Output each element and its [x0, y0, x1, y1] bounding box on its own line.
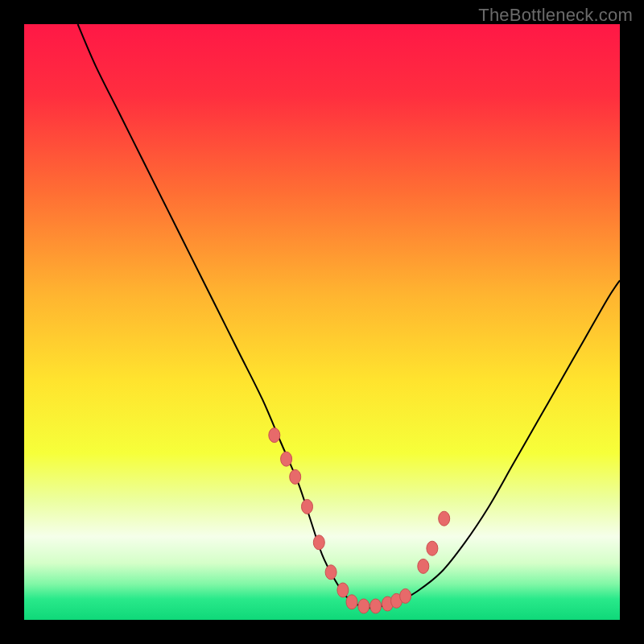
- trough-marker: [337, 583, 349, 597]
- chart-frame: TheBottleneck.com: [0, 0, 644, 644]
- chart-plot-area: [24, 24, 620, 620]
- trough-marker: [290, 469, 301, 484]
- trough-marker: [400, 588, 411, 603]
- trough-marker: [370, 599, 382, 613]
- trough-marker: [281, 452, 292, 466]
- trough-marker: [418, 559, 429, 573]
- trough-marker: [358, 599, 369, 613]
- trough-marker: [325, 565, 336, 580]
- chart-svg: [24, 24, 620, 620]
- watermark-text: TheBottleneck.com: [478, 5, 633, 26]
- trough-marker: [313, 535, 324, 550]
- trough-marker: [427, 541, 438, 555]
- chart-background-gradient: [24, 24, 620, 620]
- trough-marker: [269, 428, 280, 443]
- trough-marker: [302, 499, 313, 514]
- trough-marker: [439, 511, 450, 526]
- trough-marker: [346, 595, 357, 609]
